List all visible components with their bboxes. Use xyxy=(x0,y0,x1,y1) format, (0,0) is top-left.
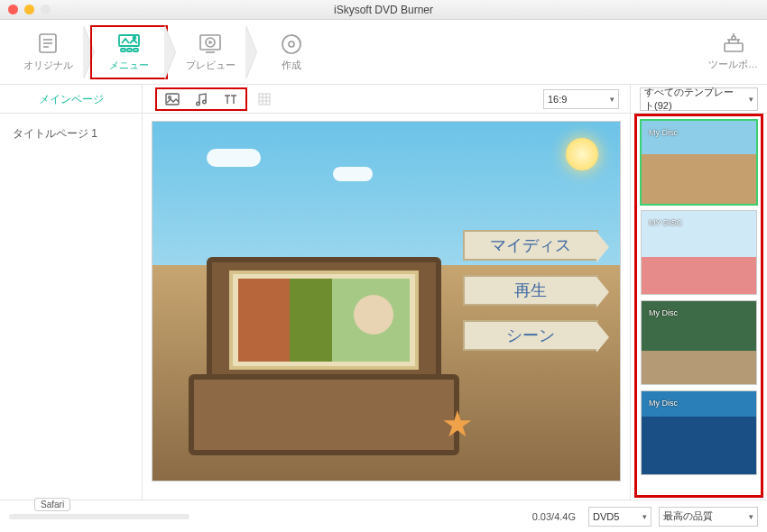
menu-buttons: マイディス 再生 シーン xyxy=(463,230,598,365)
aspect-ratio-value: 16:9 xyxy=(548,94,567,105)
svg-rect-21 xyxy=(259,94,270,105)
quality-select[interactable]: 最高の品質 xyxy=(659,507,758,527)
svg-point-15 xyxy=(732,36,735,40)
svg-rect-8 xyxy=(134,49,138,51)
document-icon xyxy=(35,32,60,55)
template-thumb[interactable]: MY DISC xyxy=(641,210,757,295)
menu-title-sign[interactable]: マイディス xyxy=(463,230,598,261)
chapter-list: タイトルページ 1 xyxy=(0,114,143,500)
disc-type-value: DVD5 xyxy=(593,511,619,522)
template-thumb[interactable]: My Disc xyxy=(641,390,757,475)
titlebar: iSkysoft DVD Burner xyxy=(0,0,767,20)
template-title: My Disc xyxy=(649,308,678,317)
template-title: My Disc xyxy=(649,128,678,137)
tooltip: Safari xyxy=(34,498,70,511)
main-toolbar: オリジナル メニュー プレビュー 作成 ツールボ… xyxy=(0,20,767,85)
toolbox-label: ツールボ… xyxy=(708,58,758,71)
svg-point-13 xyxy=(289,41,294,47)
svg-rect-7 xyxy=(127,49,132,51)
svg-point-20 xyxy=(203,100,207,104)
chapter-item[interactable]: タイトルページ 1 xyxy=(13,126,129,142)
grid-icon[interactable] xyxy=(256,91,273,107)
toolbox-icon xyxy=(721,32,746,54)
starfish-graphic: ★ xyxy=(441,403,474,445)
text-icon[interactable] xyxy=(222,91,238,107)
background-image-icon[interactable] xyxy=(164,91,180,107)
menu-scene-sign[interactable]: シーン xyxy=(463,320,598,351)
svg-point-18 xyxy=(169,96,171,98)
template-list: My Disc MY DISC My Disc My Disc xyxy=(634,114,763,498)
disc-burn-icon xyxy=(279,32,304,55)
step-original[interactable]: オリジナル xyxy=(9,25,87,79)
size-text: 0.03/4.4G xyxy=(532,511,576,522)
step-preview[interactable]: プレビュー xyxy=(171,25,249,79)
template-thumb[interactable]: My Disc xyxy=(641,300,757,385)
image-grid-icon xyxy=(116,32,142,55)
music-icon[interactable] xyxy=(193,91,209,107)
workflow-steps: オリジナル メニュー プレビュー 作成 xyxy=(9,25,330,79)
size-progress-bar xyxy=(9,514,189,519)
menu-canvas[interactable]: マイディス 再生 シーン ★ xyxy=(152,121,621,482)
tab-mainpage[interactable]: メインページ xyxy=(0,85,143,113)
svg-rect-14 xyxy=(725,43,743,51)
step-label: 作成 xyxy=(282,59,301,72)
main-body: タイトルページ 1 マイディス 再生 シーン ★ My Disc MY DISC… xyxy=(0,114,767,500)
step-menu[interactable]: メニュー xyxy=(90,25,168,79)
thumbnail-placeholder[interactable] xyxy=(238,279,410,362)
step-label: オリジナル xyxy=(23,59,73,72)
aspect-ratio-select[interactable]: 16:9 xyxy=(543,89,619,109)
step-label: プレビュー xyxy=(186,59,236,72)
menu-play-sign[interactable]: 再生 xyxy=(463,275,598,306)
svg-point-12 xyxy=(282,35,300,53)
window-title: iSkysoft DVD Burner xyxy=(0,4,767,16)
editor-tools-group xyxy=(155,87,247,111)
svg-point-19 xyxy=(197,102,200,105)
quality-value: 最高の品質 xyxy=(663,509,713,523)
template-title: MY DISC xyxy=(649,218,682,227)
template-panel: My Disc MY DISC My Disc My Disc xyxy=(630,114,767,500)
play-screen-icon xyxy=(198,32,223,55)
cloud-graphic xyxy=(333,167,373,181)
status-bar: Safari 0.03/4.4G DVD5 最高の品質 xyxy=(0,500,767,532)
sun-graphic xyxy=(566,138,598,170)
template-title: My Disc xyxy=(649,399,678,408)
cloud-graphic xyxy=(207,149,261,167)
suitcase-graphic xyxy=(189,257,459,455)
step-create[interactable]: 作成 xyxy=(253,25,330,79)
template-thumb[interactable]: My Disc xyxy=(641,120,757,205)
secondary-toolbar: メインページ 16:9 すべてのテンプレート(92) xyxy=(0,85,767,114)
toolbox-button[interactable]: ツールボ… xyxy=(708,32,758,71)
step-label: メニュー xyxy=(109,59,149,72)
svg-rect-6 xyxy=(121,49,125,51)
disc-type-select[interactable]: DVD5 xyxy=(588,507,651,527)
template-filter-value: すべてのテンプレート(92) xyxy=(644,86,741,113)
template-filter-select[interactable]: すべてのテンプレート(92) xyxy=(640,87,758,111)
svg-point-5 xyxy=(134,37,136,40)
menu-preview-area: マイディス 再生 シーン ★ xyxy=(143,114,630,500)
